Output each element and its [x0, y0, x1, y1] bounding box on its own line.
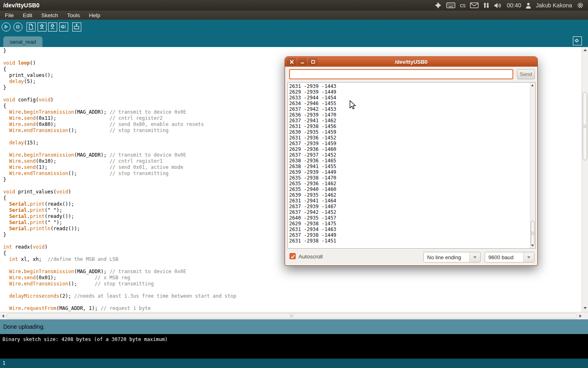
keyboard-layout-icon[interactable] [446, 2, 455, 8]
session-gear-icon[interactable] [577, 2, 584, 9]
scroll-down-arrow[interactable] [584, 307, 587, 309]
stop-button[interactable] [13, 22, 22, 31]
serial-data-line: 2639 -2935 -1462 [289, 192, 535, 198]
keyboard-layout-label[interactable]: cs [460, 2, 466, 9]
serial-data-line: 2635 -2936 -1462 [289, 181, 535, 186]
code-line [3, 287, 581, 293]
chevron-down-icon[interactable] [469, 252, 480, 262]
mouse-cursor [349, 100, 357, 112]
new-sketch-button[interactable] [27, 22, 36, 31]
network-traffic-icon[interactable] [483, 2, 490, 9]
editor-vertical-scrollbar[interactable] [581, 47, 588, 312]
scroll-down-arrow[interactable] [531, 245, 534, 247]
serial-data-line: 2639 -2939 -1449 [289, 169, 535, 175]
serial-data-line: 2635 -2940 -1460 [289, 186, 535, 192]
menu-item-sketch[interactable]: Sketch [41, 12, 58, 18]
serial-data-line: 2629 -2938 -1475 [289, 221, 535, 227]
serial-scrollbar[interactable] [530, 83, 535, 248]
serial-data-line: 2638 -2936 -1465 [289, 158, 535, 164]
scroll-up-arrow[interactable] [584, 49, 587, 51]
autoscroll-label: Autoscroll [298, 254, 323, 260]
code-line: delayMicroseconds(2); //needs at least 1… [3, 293, 581, 299]
toolbar [0, 20, 588, 36]
gnome-top-panel: /dev/ttyUSB0 cs 00:40 Jakub Kakona [0, 0, 588, 11]
volume-icon[interactable] [494, 2, 502, 9]
serial-scrollbar-thumb[interactable] [531, 221, 535, 246]
console-line: Binary sketch size: 4208 bytes (of a 307… [0, 334, 588, 342]
user-icon[interactable] [526, 2, 531, 9]
serial-data-line: 2631 -2941 -1464 [289, 198, 535, 204]
serial-data-line: 2631 -2934 -1463 [289, 227, 535, 232]
serial-monitor-title: /dev/ttyUSB0 [285, 59, 537, 65]
scroll-up-arrow[interactable] [531, 84, 534, 86]
minimize-icon[interactable] [298, 58, 307, 65]
serial-data-line: 2630 -2935 -1459 [289, 129, 535, 135]
serial-data-line: 2637 -2938 -1449 [289, 232, 535, 238]
line-indicator: 1 [0, 359, 588, 366]
tab-label: serial_read [10, 39, 36, 45]
code-line: Wire.beginTransmission(MAG_ADDR); // tra… [3, 269, 581, 275]
code-line: Wire.requestFrom(MAG_ADDR, 1); // reques… [3, 305, 581, 312]
serial-data-line: 2637 -2939 -1467 [289, 204, 535, 209]
autoscroll-checkbox[interactable] [290, 253, 296, 259]
scroll-right-arrow[interactable] [579, 314, 581, 318]
code-line: } [3, 48, 581, 54]
line-indicator-strip: 1 [0, 359, 588, 368]
serial-data-line: 2631 -2938 -1451 [289, 238, 535, 244]
serial-data-line: 2637 -2942 -1452 [289, 209, 535, 215]
tab-serial-read[interactable]: serial_read [3, 36, 42, 47]
serial-data-line: 2629 -2936 -1460 [289, 146, 535, 152]
editor-scrollbar-thumb[interactable] [583, 92, 587, 160]
serial-data-line: 2631 -2939 -1443 [289, 83, 535, 89]
menu-item-help[interactable]: Help [89, 12, 100, 18]
serial-monitor-titlebar[interactable]: /dev/ttyUSB0 [285, 57, 537, 67]
save-sketch-button[interactable] [48, 22, 57, 31]
code-line [3, 299, 581, 305]
chevron-down-icon[interactable] [523, 252, 534, 262]
close-icon[interactable] [287, 58, 296, 65]
serial-monitor-button[interactable] [72, 22, 81, 31]
verify-button[interactable] [2, 22, 11, 31]
user-name[interactable]: Jakub Kakona [536, 2, 572, 9]
app-indicator-icon[interactable] [434, 2, 442, 9]
serial-monitor-window: /dev/ttyUSB0 Send 2631 -2939 -14432629 -… [285, 56, 538, 266]
serial-output: 2631 -2939 -14432629 -2939 -14492633 -29… [288, 83, 535, 244]
editor-hscrollbar-thumb[interactable] [7, 313, 577, 319]
build-console: Binary sketch size: 4208 bytes (of a 307… [0, 334, 588, 359]
scroll-left-arrow[interactable] [2, 314, 4, 318]
serial-data-line: 2634 -2946 -1455 [289, 101, 535, 106]
code-line: Wire.send(0x01); // x MSB reg [3, 275, 581, 281]
tab-strip: serial_read [0, 36, 588, 47]
line-ending-dropdown[interactable]: No line ending [423, 252, 481, 263]
serial-data-line: 2637 -2939 -1459 [289, 141, 535, 146]
menu-item-file[interactable]: File [5, 12, 14, 18]
menu-item-tools[interactable]: Tools [67, 12, 80, 18]
send-button[interactable]: Send [517, 69, 535, 79]
serial-data-line: 2638 -2941 -1455 [289, 164, 535, 169]
serial-send-input[interactable] [289, 69, 513, 79]
serial-data-line: 2636 -2939 -1470 [289, 112, 535, 118]
mail-icon[interactable] [470, 2, 479, 8]
menu-item-edit[interactable]: Edit [23, 12, 32, 18]
serial-data-line: 2640 -2935 -1457 [289, 215, 535, 221]
serial-data-line: 2633 -2944 -1454 [289, 95, 535, 101]
serial-data-line: 2631 -2938 -1456 [289, 123, 535, 129]
upload-button[interactable] [59, 22, 68, 31]
open-sketch-button[interactable] [38, 22, 47, 31]
code-line: Wire.endTransmission(); // stop transmit… [3, 281, 581, 287]
serial-data-line: 2629 -2939 -1449 [289, 89, 535, 95]
clock[interactable]: 00:40 [507, 2, 521, 9]
screen: /dev/ttyUSB0 cs 00:40 Jakub Kakona [0, 0, 588, 368]
editor-horizontal-scrollbar[interactable] [0, 312, 588, 319]
serial-data-line: 2635 -2938 -1470 [289, 175, 535, 181]
serial-output-area[interactable]: 2631 -2939 -14432629 -2939 -14492633 -29… [287, 82, 536, 249]
maximize-icon[interactable] [309, 58, 317, 65]
menubar: FileEditSketchToolsHelp [0, 11, 588, 20]
serial-monitor-controls: Autoscroll No line ending 9600 baud [285, 251, 537, 264]
tab-menu-button[interactable] [573, 36, 582, 45]
serial-data-line: 2637 -2937 -1452 [289, 152, 535, 158]
baud-rate-dropdown[interactable]: 9600 baud [485, 252, 535, 263]
serial-data-line: 2637 -2941 -1462 [289, 118, 535, 123]
status-message: Done uploading. [0, 323, 45, 330]
serial-data-line: 2631 -2936 -1452 [289, 135, 535, 141]
